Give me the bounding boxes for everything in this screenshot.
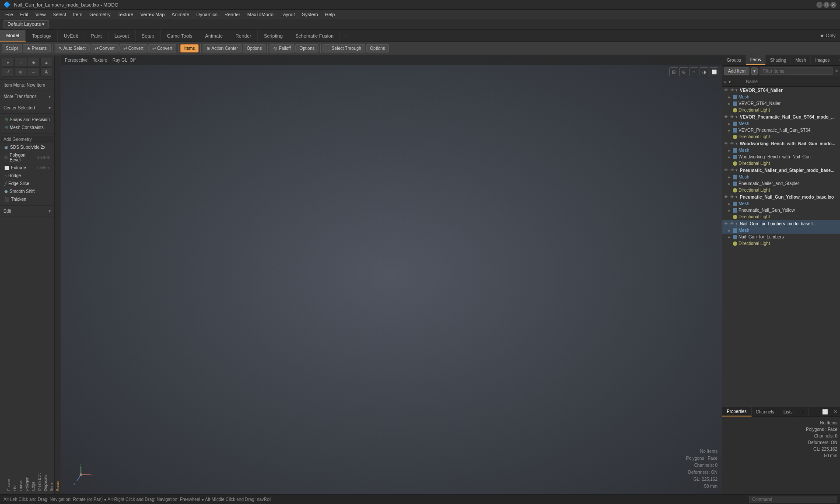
layout-dropdown[interactable]: Default Layouts ▾ — [4, 20, 49, 28]
rt-items[interactable]: Items — [746, 55, 766, 65]
menu-vertexmap[interactable]: Vertex Map — [137, 11, 168, 18]
item-row[interactable]: Directional Light — [722, 160, 840, 167]
items-button[interactable]: Items — [180, 44, 199, 52]
menu-texture[interactable]: Texture — [114, 11, 137, 18]
tab-animate[interactable]: Animate — [199, 30, 229, 42]
convert-button-1[interactable]: ⇄ Convert — [91, 44, 119, 52]
item-row[interactable]: ▸ VEVOR_ST64_Nailer — [722, 100, 840, 107]
pt-lists[interactable]: Lists — [779, 407, 798, 416]
maximize-button[interactable]: □ — [823, 2, 830, 8]
rt-mesh[interactable]: Mesh — [791, 55, 811, 65]
vtab-fusion[interactable]: Fusion — [6, 55, 12, 494]
vp-settings-button[interactable]: ≡ — [690, 67, 698, 76]
item-row[interactable]: ▸ Mesh — [722, 94, 840, 100]
menu-animate[interactable]: Animate — [168, 11, 192, 18]
item-row[interactable]: Directional Light — [722, 240, 840, 247]
tab-paint[interactable]: Paint — [84, 30, 108, 42]
item-row[interactable]: 👁 👁 ▾ Woodworking_Bench_with_Nail_Gun_mo… — [722, 140, 840, 147]
menu-view[interactable]: View — [32, 11, 49, 18]
vp-zoom-button[interactable]: ⊕ — [679, 67, 688, 76]
menu-dynamics[interactable]: Dynamics — [193, 11, 221, 18]
tab-topology[interactable]: Topology — [26, 30, 58, 42]
item-row[interactable]: ▸ Pneumatic_Nailer_and_Stapler — [722, 180, 840, 187]
sculpt-button[interactable]: Sculpt — [2, 44, 22, 52]
eye-icon-2[interactable]: 👁 — [729, 114, 735, 119]
menu-help[interactable]: Help — [322, 11, 339, 18]
expand-icon[interactable]: ▸ — [728, 208, 733, 213]
expand-icon[interactable]: ▸ — [728, 155, 733, 159]
add-item-dropdown[interactable]: ▾ — [751, 67, 758, 75]
tab-schematic[interactable]: Schematic Fusion — [289, 30, 340, 42]
eye-icon[interactable]: 👁 — [723, 221, 728, 226]
tab-uvedit[interactable]: UvEdit — [58, 30, 84, 42]
expand-icon[interactable]: ▸ — [728, 122, 733, 126]
menu-maxtomodo[interactable]: MaxToModo — [244, 11, 277, 18]
vtab-uv[interactable]: UV — [12, 55, 18, 494]
expand-icon[interactable]: ▾ — [735, 115, 740, 119]
expand-icon[interactable]: ▾ — [735, 88, 740, 92]
action-center-button[interactable]: ⊕ Action Center — [203, 44, 242, 52]
expand-icon[interactable]: ▸ — [728, 95, 733, 99]
vtab-item[interactable]: Item — [49, 55, 55, 494]
tab-gametools[interactable]: Game Tools — [161, 30, 199, 42]
item-row[interactable]: ▸ Mesh — [722, 174, 840, 180]
expand-icon[interactable]: ▾ — [735, 195, 740, 199]
item-row[interactable]: ▸ Pneumatic_Nail_Gun_Yellow — [722, 207, 840, 214]
props-close-icon[interactable]: ✕ — [831, 407, 840, 416]
item-row[interactable]: ▸ Woodworking_Bench_with_Nail_Gun — [722, 154, 840, 160]
eye-icon-2[interactable]: 👁 — [729, 141, 735, 146]
menu-edit[interactable]: Edit — [17, 11, 32, 18]
vtab-meshedit[interactable]: Mesh Edit — [36, 55, 42, 494]
minimize-button[interactable]: — — [816, 2, 822, 8]
vtab-edge[interactable]: Edge — [30, 55, 36, 494]
eye-icon[interactable]: 👁 — [723, 88, 728, 93]
select-through-button[interactable]: ⬚ Select Through — [322, 44, 365, 52]
convert-button-3[interactable]: ⇄ Convert — [148, 44, 176, 52]
item-row[interactable]: ▸ Mesh — [722, 147, 840, 154]
filter-close-icon[interactable]: ✕ — [835, 69, 838, 74]
rt-add[interactable]: + — [834, 55, 840, 65]
menu-file[interactable]: File — [2, 11, 17, 18]
item-row[interactable]: 👁 👁 ▾ VEVOR_Pneumatic_Nail_Gun_ST64_modo… — [722, 113, 840, 120]
menu-item[interactable]: Item — [70, 11, 86, 18]
viewport[interactable]: Perspective Texture Ray GL: Off ⊞ ⊕ ≡ ◑ … — [61, 55, 722, 494]
eye-icon[interactable]: 👁 — [723, 141, 728, 146]
eye-icon-2[interactable]: 👁 — [729, 194, 735, 200]
expand-icon[interactable]: ▸ — [728, 235, 733, 239]
items-sort-icon[interactable]: ≡ — [724, 80, 726, 84]
item-row[interactable]: 👁 👁 ▾ Pneumatic_Nailer_and_Stapler_modo_… — [722, 167, 840, 174]
item-row[interactable]: Directional Light — [722, 187, 840, 193]
eye-icon[interactable]: 👁 — [723, 194, 728, 200]
menu-layout[interactable]: Layout — [277, 11, 298, 18]
tab-star[interactable]: ★ Only — [816, 30, 840, 42]
falloff-button[interactable]: ◎ Falloff — [270, 44, 294, 52]
item-row-selected[interactable]: 👁 👁 ▾ Nail_Gun_for_Lumbers_modo_base.l..… — [722, 220, 840, 227]
items-filter-icon[interactable]: ▼ — [728, 80, 732, 84]
vp-render-button[interactable]: ◑ — [700, 67, 708, 76]
item-row[interactable]: 👁 👁 ▾ Pneumatic_Nail_Gun_Yellow_modo_bas… — [722, 193, 840, 200]
tab-scripting[interactable]: Scripting — [258, 30, 289, 42]
expand-icon[interactable]: ▸ — [728, 128, 733, 133]
eye-icon-2[interactable]: 👁 — [729, 221, 735, 226]
expand-icon[interactable]: ▾ — [735, 168, 740, 172]
menu-geometry[interactable]: Geometry — [86, 11, 114, 18]
menu-system[interactable]: System — [298, 11, 322, 18]
pt-properties[interactable]: Properties — [722, 407, 752, 416]
expand-icon[interactable]: ▸ — [728, 228, 733, 233]
filter-items-input[interactable] — [760, 67, 833, 75]
vtab-duplicate[interactable]: Duplicate — [42, 55, 49, 494]
tab-layout[interactable]: Layout — [108, 30, 136, 42]
menu-select[interactable]: Select — [49, 11, 70, 18]
expand-icon[interactable]: ▾ — [735, 221, 740, 226]
add-item-button[interactable]: Add Item — [724, 67, 749, 75]
action-options-button[interactable]: Options — [243, 44, 266, 52]
item-row[interactable]: ▸ Mesh — [722, 120, 840, 127]
rt-groups[interactable]: Groups — [722, 55, 746, 65]
expand-icon[interactable]: ▸ — [728, 182, 733, 186]
tab-render[interactable]: Render — [229, 30, 258, 42]
menu-render[interactable]: Render — [221, 11, 244, 18]
presets-button[interactable]: ★ Presets — [23, 44, 51, 52]
vp-fit-button[interactable]: ⊞ — [669, 67, 678, 76]
expand-icon[interactable]: ▸ — [728, 175, 733, 179]
item-row[interactable]: ▸ Mesh — [722, 227, 840, 234]
